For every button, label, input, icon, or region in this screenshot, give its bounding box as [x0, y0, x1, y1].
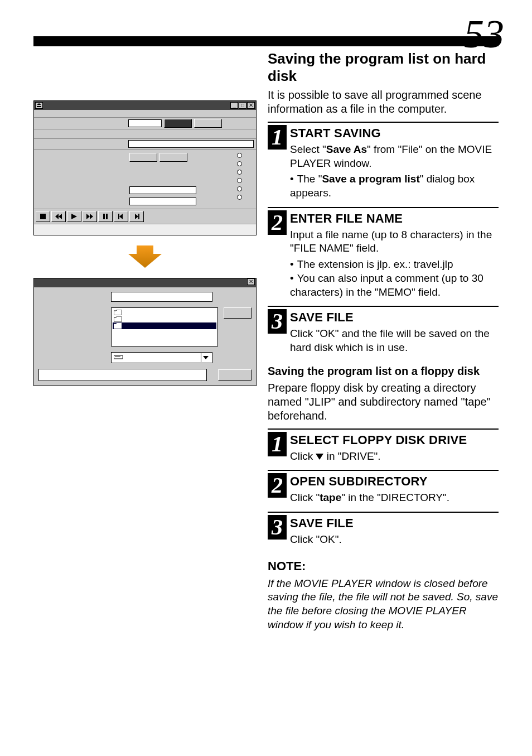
step-block: 3 SAVE FILE Click "OK".	[268, 512, 499, 547]
svg-marker-5	[128, 245, 162, 268]
maximize-icon[interactable]: □	[239, 102, 246, 109]
step-title: SAVE FILE	[290, 310, 499, 325]
triangle-down-icon	[316, 454, 323, 460]
fastforward-icon[interactable]	[83, 211, 97, 222]
svg-rect-7	[115, 357, 120, 357]
step-title: START SAVING	[290, 126, 499, 141]
mp-radio[interactable]	[237, 170, 242, 175]
bold-term: tape	[320, 492, 341, 503]
step-block: 1 START SAVING Select "Save As" from "Fi…	[268, 122, 499, 200]
step-title: SAVE FILE	[290, 516, 499, 531]
mp-scene-mid	[126, 150, 223, 209]
svg-rect-2	[106, 214, 108, 219]
directory-list[interactable]	[111, 307, 218, 346]
svg-rect-0	[40, 214, 46, 219]
save-dialog: ✕	[33, 278, 257, 386]
mp-field-label	[34, 118, 126, 129]
step-block: 2 OPEN SUBDIRECTORY Click "tape" in the …	[268, 470, 499, 505]
cancel-button[interactable]	[218, 369, 252, 381]
directory-label	[38, 307, 105, 314]
mp-statusbar	[34, 224, 256, 235]
dir-item[interactable]	[113, 316, 216, 322]
step-body: Click in "DRIVE".	[290, 450, 499, 464]
mp-button[interactable]	[194, 119, 222, 128]
step-number: 3	[268, 309, 287, 334]
eject-icon[interactable]	[35, 102, 43, 109]
minimize-icon[interactable]: _	[230, 102, 238, 109]
movie-player-window: _ □ ✕	[33, 100, 257, 235]
mp-radio[interactable]	[237, 186, 242, 191]
svg-rect-4	[138, 214, 139, 219]
step-body: Click "OK" and the file will be saved on…	[290, 327, 499, 354]
step-block: 2 ENTER FILE NAME Input a file name (up …	[268, 207, 499, 299]
step-bullet: The extension is jlp. ex.: travel.jlp	[290, 258, 499, 272]
mp-radio[interactable]	[237, 178, 242, 183]
step-number: 2	[268, 210, 287, 235]
close-icon[interactable]: ✕	[247, 102, 255, 109]
mp-titlebar: _ □ ✕	[34, 101, 256, 110]
close-icon[interactable]: ✕	[247, 278, 255, 285]
memo-input[interactable]	[38, 369, 207, 381]
step-title: SELECT FLOPPY DISK DRIVE	[290, 433, 499, 447]
step-block: 1 SELECT FLOPPY DISK DRIVE Click in "DRI…	[268, 428, 499, 464]
step-body: Click "tape" in the "DIRECTORY".	[290, 491, 499, 505]
mp-scene-in[interactable]	[129, 186, 196, 194]
pause-icon[interactable]	[98, 211, 113, 222]
note-heading: NOTE:	[268, 559, 499, 574]
drive-icon	[114, 354, 123, 361]
bold-term: Save a program list	[322, 173, 419, 185]
mp-scene-btn[interactable]	[129, 153, 157, 162]
drive-label	[38, 354, 105, 361]
folder-icon	[114, 323, 122, 329]
mp-menubar	[34, 110, 256, 118]
step-title: OPEN SUBDIRECTORY	[290, 474, 499, 489]
ok-button[interactable]	[224, 307, 252, 319]
folder-icon	[114, 310, 122, 315]
left-column: _ □ ✕	[33, 100, 257, 386]
mp-transport-bar	[34, 209, 256, 224]
step-number: 1	[268, 432, 287, 456]
arrow-down-icon	[128, 245, 162, 268]
mp-radio[interactable]	[237, 153, 242, 158]
step-body: Input a file name (up to 8 characters) i…	[290, 228, 499, 256]
dir-item-selected[interactable]	[113, 322, 216, 329]
file-name-input[interactable]	[111, 292, 212, 302]
stop-icon[interactable]	[36, 211, 50, 222]
right-column: Saving the program list on hard disk It …	[268, 50, 499, 632]
mp-input[interactable]	[128, 119, 162, 127]
top-black-bar	[33, 36, 499, 46]
step-bullet: You can also input a comment (up to 30 c…	[290, 272, 499, 299]
note-body: If the MOVIE PLAYER window is closed bef…	[268, 577, 499, 632]
mp-dark-button[interactable]	[164, 119, 192, 128]
step-body: Click "OK".	[290, 533, 499, 547]
drive-dropdown[interactable]	[111, 352, 212, 363]
floppy-intro: Prepare floppy disk by creating a direct…	[268, 381, 499, 423]
svg-rect-1	[103, 214, 105, 219]
step-number: 2	[268, 473, 287, 498]
save-dialog-title: ✕	[34, 278, 256, 287]
bold-term: Save As	[326, 143, 367, 155]
step-fwd-icon[interactable]	[129, 211, 144, 222]
mp-radio-group	[223, 150, 256, 209]
svg-rect-3	[118, 214, 119, 219]
file-name-label	[38, 292, 105, 298]
step-body: Select "Save As" from "File" on the MOVI…	[290, 143, 499, 170]
section-heading: Saving the program list on hard disk	[268, 50, 499, 85]
mp-long-input[interactable]	[128, 140, 254, 148]
mp-scene-btn[interactable]	[159, 153, 187, 162]
floppy-heading: Saving the program list on a floppy disk	[268, 365, 499, 378]
folder-icon	[114, 316, 122, 322]
step-back-icon[interactable]	[114, 211, 128, 222]
intro-text: It is possible to save all programmed sc…	[268, 88, 499, 116]
dir-item[interactable]	[113, 309, 216, 316]
mp-radio[interactable]	[237, 161, 242, 166]
mp-scene-left	[34, 150, 126, 209]
chevron-down-icon[interactable]	[201, 353, 210, 362]
rewind-icon[interactable]	[51, 211, 66, 222]
step-title: ENTER FILE NAME	[290, 211, 499, 226]
step-block: 3 SAVE FILE Click "OK" and the file will…	[268, 306, 499, 354]
mp-radio[interactable]	[237, 195, 242, 200]
step-bullet: The "Save a program list" dialog box app…	[290, 172, 499, 200]
play-icon[interactable]	[67, 211, 81, 222]
mp-scene-out[interactable]	[129, 198, 196, 205]
